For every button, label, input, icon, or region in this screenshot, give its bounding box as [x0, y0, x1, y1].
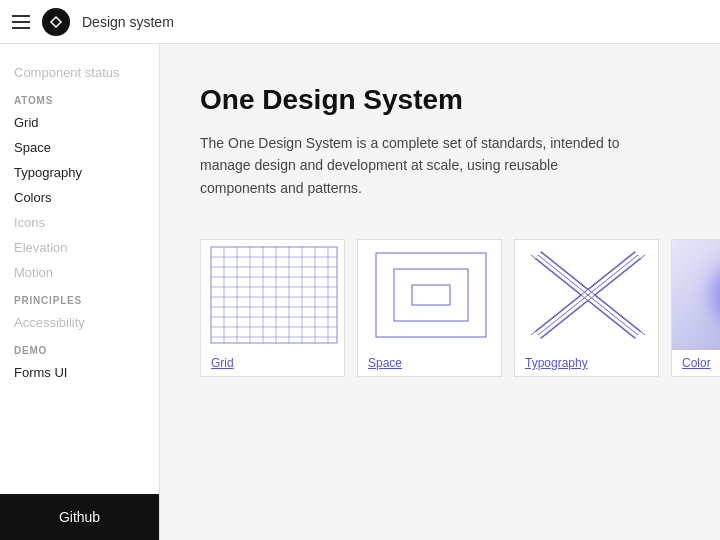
page-breadcrumb: Design system: [82, 14, 174, 30]
svg-rect-20: [394, 269, 468, 321]
card-typography: Typography: [514, 239, 659, 377]
sidebar-item-space[interactable]: Space: [0, 135, 159, 160]
sidebar-item-elevation: Elevation: [0, 235, 159, 260]
card-typography-label[interactable]: Typography: [515, 350, 658, 376]
sidebar-item-accessibility: Accessibility: [0, 310, 159, 335]
svg-rect-0: [211, 247, 337, 343]
sidebar-section-demo: DEMO: [0, 335, 159, 360]
hamburger-menu-button[interactable]: [12, 15, 30, 29]
sidebar-item-component-status[interactable]: Component status: [0, 60, 159, 85]
sidebar: Component status ATOMS Grid Space Typogr…: [0, 44, 160, 540]
github-link[interactable]: Github: [59, 509, 100, 525]
card-color-image: [672, 240, 720, 350]
sidebar-item-colors[interactable]: Colors: [0, 185, 159, 210]
card-space: Space: [357, 239, 502, 377]
layout: Component status ATOMS Grid Space Typogr…: [0, 44, 720, 540]
page-description: The One Design System is a complete set …: [200, 132, 630, 199]
topbar: Design system: [0, 0, 720, 44]
color-blob: [710, 260, 721, 330]
cards-row: Grid Space: [200, 239, 680, 377]
sidebar-section-atoms: ATOMS: [0, 85, 159, 110]
logo: [42, 8, 70, 36]
card-color-label[interactable]: Color: [672, 350, 720, 376]
card-grid-label[interactable]: Grid: [201, 350, 344, 376]
main-content: One Design System The One Design System …: [160, 44, 720, 540]
card-color: Color: [671, 239, 720, 377]
sidebar-item-icons: Icons: [0, 210, 159, 235]
card-space-label[interactable]: Space: [358, 350, 501, 376]
svg-rect-21: [412, 285, 450, 305]
sidebar-item-motion: Motion: [0, 260, 159, 285]
sidebar-section-principles: PRINCIPLES: [0, 285, 159, 310]
page-title: One Design System: [200, 84, 680, 116]
card-typography-image: [515, 240, 660, 350]
sidebar-item-typography[interactable]: Typography: [0, 160, 159, 185]
svg-rect-19: [376, 253, 486, 337]
sidebar-item-forms-ui[interactable]: Forms UI: [0, 360, 159, 385]
card-space-image: [358, 240, 503, 350]
card-grid: Grid: [200, 239, 345, 377]
sidebar-item-grid[interactable]: Grid: [0, 110, 159, 135]
sidebar-footer: Github: [0, 494, 159, 540]
card-grid-image: [201, 240, 346, 350]
sidebar-nav: Component status ATOMS Grid Space Typogr…: [0, 44, 159, 494]
